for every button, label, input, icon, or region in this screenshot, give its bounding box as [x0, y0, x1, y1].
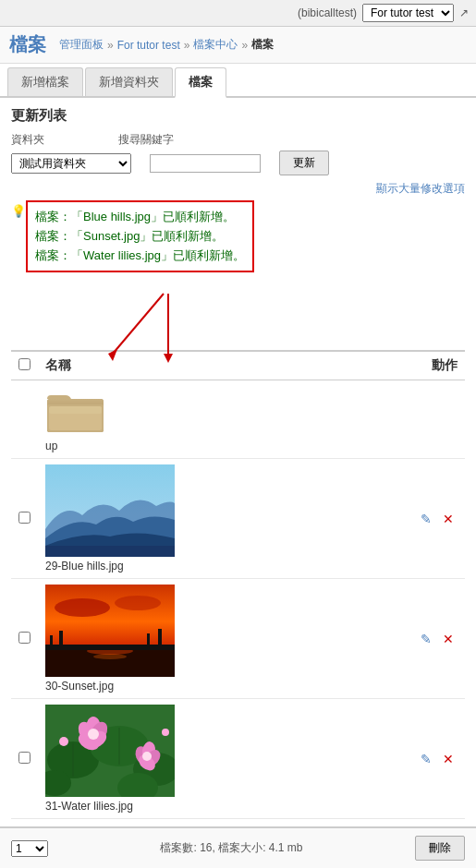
breadcrumb-admin[interactable]: 管理面板	[59, 37, 104, 53]
bottom-bar: 1 檔案數: 16, 檔案大小: 4.1 mb 刪除	[0, 826, 476, 868]
tabs-container: 新增檔案 新增資料夾 檔案	[0, 64, 476, 98]
table-row: 29-Blue hills.jpg ✎ ✕	[11, 459, 465, 579]
success-msg-1: 檔案：「Blue hills.jpg」已順利新增。	[35, 208, 245, 227]
success-msg-2: 檔案：「Sunset.jpg」已順利新增。	[35, 227, 245, 247]
svg-rect-19	[59, 631, 63, 647]
success-box: 檔案：「Blue hills.jpg」已順利新增。 檔案：「Sunset.jpg…	[26, 200, 254, 272]
sunset-actions: ✎ ✕	[347, 579, 465, 699]
svg-point-16	[93, 654, 127, 659]
svg-point-41	[59, 737, 68, 746]
breadcrumb-current: 檔案	[251, 37, 274, 53]
file-table: 名稱 動作	[11, 350, 465, 819]
page-title: 檔案	[9, 32, 46, 57]
username-label: (bibicalltest)	[298, 6, 357, 19]
svg-point-13	[115, 596, 161, 610]
row-checkbox[interactable]	[18, 752, 31, 764]
folder-icon	[45, 386, 105, 434]
svg-rect-8	[49, 406, 102, 414]
blue-hills-image	[45, 464, 175, 557]
delete-icon[interactable]: ✕	[439, 630, 458, 648]
keyword-label: 搜尋關鍵字	[118, 132, 174, 148]
svg-rect-10	[45, 546, 175, 557]
action-header: 動作	[347, 351, 465, 380]
sunset-image	[45, 585, 175, 677]
bottom-info: 檔案數: 16, 檔案大小: 4.1 mb	[160, 840, 302, 856]
row-checkbox-cell[interactable]	[11, 579, 38, 699]
checkbox-header	[11, 351, 38, 380]
water-lilies-name: 31-Water lilies.jpg	[45, 800, 339, 813]
main-content: 更新列表 資料夾 搜尋關鍵字 測試用資料夾 更新 顯示大量修改選項 💡 檔案：「…	[0, 98, 476, 828]
success-msg-3: 檔案：「Water lilies.jpg」已順利新增。	[35, 247, 245, 266]
row-checkbox[interactable]	[18, 512, 31, 524]
context-dropdown[interactable]: For tutor test	[362, 4, 454, 22]
edit-icon[interactable]: ✎	[417, 630, 435, 648]
svg-point-12	[55, 598, 110, 617]
folder-select[interactable]: 測試用資料夾	[11, 153, 131, 174]
svg-point-35	[88, 729, 99, 740]
blue-hills-name: 29-Blue hills.jpg	[45, 560, 339, 573]
bulb-icon: 💡	[11, 204, 26, 218]
blue-hills-cell: 29-Blue hills.jpg	[38, 459, 347, 579]
breadcrumb-context[interactable]: For tutor test	[117, 39, 180, 52]
sunset-name: 30-Sunset.jpg	[45, 680, 339, 693]
svg-rect-18	[50, 635, 53, 649]
filter-row: 測試用資料夾 更新	[11, 151, 465, 175]
table-row: up	[11, 380, 465, 459]
edit-icon[interactable]: ✎	[417, 750, 435, 768]
keyword-input[interactable]	[150, 154, 261, 173]
table-row: 31-Water lilies.jpg ✎ ✕	[11, 699, 465, 819]
select-all-checkbox[interactable]	[18, 358, 31, 370]
tab-add-file[interactable]: 新增檔案	[7, 67, 83, 96]
row-checkbox[interactable]	[18, 632, 31, 644]
row-checkbox-cell[interactable]	[11, 459, 38, 579]
delete-button[interactable]: 刪除	[415, 836, 465, 861]
water-lilies-image	[45, 705, 175, 797]
svg-point-42	[162, 729, 169, 736]
folder-cell: up	[38, 380, 347, 459]
bulk-options-link[interactable]: 顯示大量修改選項	[11, 181, 465, 197]
filter-labels: 資料夾 搜尋關鍵字	[11, 132, 465, 148]
breadcrumb-file-center[interactable]: 檔案中心	[193, 37, 238, 53]
breadcrumb-bar: 檔案 管理面板 » For tutor test » 檔案中心 » 檔案	[0, 27, 476, 64]
water-lilies-cell: 31-Water lilies.jpg	[38, 699, 347, 819]
blue-hills-thumbnail	[45, 464, 175, 557]
edit-icon[interactable]: ✎	[417, 510, 435, 528]
share-icon[interactable]: ↗	[459, 6, 469, 19]
delete-icon[interactable]: ✕	[439, 510, 458, 528]
water-lilies-actions: ✎ ✕	[347, 699, 465, 819]
section-title: 更新列表	[11, 107, 465, 125]
sunset-thumbnail	[45, 585, 175, 677]
svg-rect-21	[158, 629, 162, 646]
top-bar: (bibicalltest) For tutor test ↗	[0, 0, 476, 27]
tab-files[interactable]: 檔案	[175, 67, 226, 98]
table-row: 30-Sunset.jpg ✎ ✕	[11, 579, 465, 699]
page-select[interactable]: 1	[11, 840, 48, 857]
row-checkbox-cell[interactable]	[11, 699, 38, 819]
row-checkbox-cell	[11, 380, 38, 459]
svg-rect-20	[147, 633, 150, 647]
name-header: 名稱	[38, 351, 347, 380]
update-button[interactable]: 更新	[279, 151, 329, 175]
water-lilies-thumbnail	[45, 705, 175, 797]
delete-icon[interactable]: ✕	[439, 750, 458, 768]
folder-actions	[347, 380, 465, 459]
svg-line-0	[113, 294, 164, 354]
tab-add-folder[interactable]: 新增資料夾	[85, 67, 173, 96]
svg-point-40	[142, 752, 152, 761]
folder-name: up	[45, 440, 339, 452]
sunset-cell: 30-Sunset.jpg	[38, 579, 347, 699]
success-area: 💡 檔案：「Blue hills.jpg」已順利新增。 檔案：「Sunset.j…	[26, 200, 465, 282]
svg-rect-17	[45, 645, 175, 650]
folder-label: 資料夾	[11, 132, 44, 148]
blue-hills-actions: ✎ ✕	[347, 459, 465, 579]
